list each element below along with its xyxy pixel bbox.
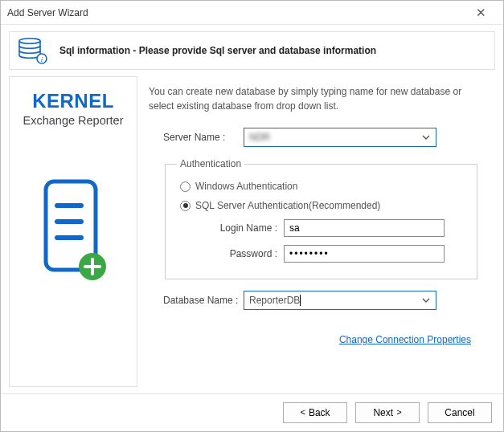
radio-windows-auth[interactable]: Windows Authentication xyxy=(180,181,465,192)
svg-point-0 xyxy=(19,39,40,43)
radio-sql-auth[interactable]: SQL Server Authentication(Recommended) xyxy=(180,200,465,211)
radio-icon xyxy=(180,181,191,192)
cancel-button[interactable]: Cancel xyxy=(428,402,492,423)
link-row: Change Connection Properties xyxy=(149,334,486,345)
database-name-label: Database Name : xyxy=(149,295,244,306)
login-input[interactable] xyxy=(284,219,445,237)
password-row: Password : xyxy=(199,245,465,263)
database-name-select[interactable]: ReporterDB xyxy=(244,291,436,310)
authentication-legend: Authentication xyxy=(177,158,244,169)
close-button[interactable]: ✕ xyxy=(465,2,497,24)
cancel-label: Cancel xyxy=(445,407,474,418)
brand-product: Exchange Reporter xyxy=(23,114,124,127)
radio-icon xyxy=(180,201,191,211)
next-button[interactable]: Next > xyxy=(355,402,420,423)
back-label: Back xyxy=(309,407,330,418)
password-input[interactable] xyxy=(284,245,445,263)
chevron-right-icon: > xyxy=(396,407,401,417)
main-panel: You can create new database by simply ty… xyxy=(149,76,495,387)
change-connection-link[interactable]: Change Connection Properties xyxy=(339,334,471,345)
radio-sql-label: SQL Server Authentication(Recommended) xyxy=(195,200,380,211)
login-label: Login Name : xyxy=(199,222,284,234)
wizard-window: Add Server Wizard ✕ i Sql information - … xyxy=(0,0,504,432)
sidebar: KERNEL Exchange Reporter xyxy=(9,76,137,387)
server-name-row: Server Name : NDR xyxy=(149,128,486,147)
intro-text: You can create new database by simply ty… xyxy=(149,84,486,113)
window-title: Add Server Wizard xyxy=(7,7,465,18)
radio-windows-label: Windows Authentication xyxy=(195,181,297,192)
chevron-left-icon: < xyxy=(300,407,305,417)
server-name-label: Server Name : xyxy=(149,132,244,143)
next-label: Next xyxy=(373,407,393,418)
brand-name: KERNEL xyxy=(32,90,114,112)
footer: < Back Next > Cancel xyxy=(1,393,503,431)
server-name-value: NDR xyxy=(249,132,270,143)
credentials: Login Name : Password : xyxy=(199,219,465,263)
header-banner: i Sql information - Please provide Sql s… xyxy=(9,31,495,70)
header-text: Sql information - Please provide Sql ser… xyxy=(59,45,376,56)
login-row: Login Name : xyxy=(199,219,465,237)
body: KERNEL Exchange Reporter You can create … xyxy=(1,76,503,393)
database-name-row: Database Name : ReporterDB xyxy=(149,291,486,310)
text-cursor xyxy=(300,295,301,306)
database-info-icon: i xyxy=(18,37,48,64)
server-name-select[interactable]: NDR xyxy=(244,128,436,147)
database-name-value: ReporterDB xyxy=(249,295,300,306)
close-icon: ✕ xyxy=(476,6,486,20)
authentication-group: Authentication Windows Authentication SQ… xyxy=(165,158,477,279)
add-document-icon xyxy=(33,175,113,290)
titlebar: Add Server Wizard ✕ xyxy=(1,1,503,25)
password-label: Password : xyxy=(199,248,284,259)
back-button[interactable]: < Back xyxy=(283,402,347,423)
